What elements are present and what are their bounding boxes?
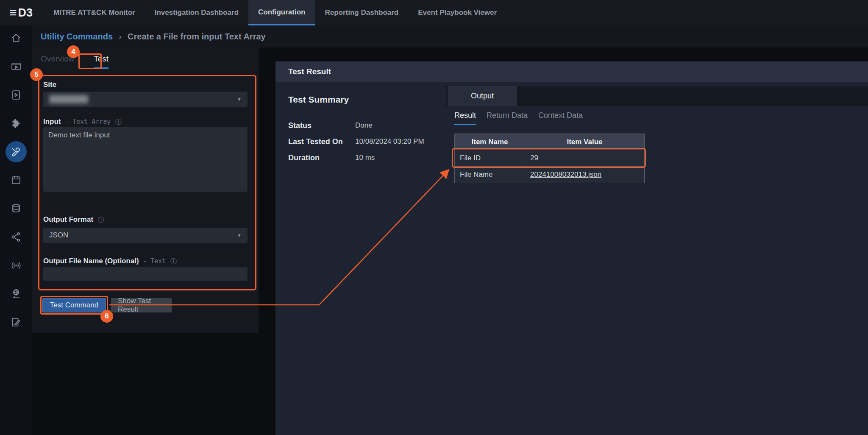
file-name-name-cell: File Name [455,167,525,183]
input-label: Input - Text Array ⓘ [43,117,122,126]
chevron-down-icon: ▼ [237,97,242,102]
summary-row-status: Status Done [288,121,441,130]
test-summary-title: Test Summary [288,95,349,105]
database-icon[interactable] [10,203,22,215]
status-value: Done [355,121,373,130]
tab-test[interactable]: Test [94,54,108,69]
test-result-header: Test Result [275,61,868,82]
nav-mitre-attack-monitor[interactable]: MITRE ATT&CK Monitor [44,0,145,25]
d3-logo-icon: ≡ [9,6,17,20]
site-label: Site [43,81,56,89]
output-format-value: JSON [49,231,68,240]
tab-output[interactable]: Output [448,86,517,106]
summary-row-last-tested: Last Tested On 10/08/2024 03:20 PM [288,137,441,146]
output-format-info-icon[interactable]: ⓘ [98,216,104,223]
command-tabs: Overview Test [41,54,108,69]
media-file-icon[interactable] [10,89,22,101]
test-result-panel: Test Result Test Summary Status Done Las… [275,61,868,435]
subtab-context-data[interactable]: Context Data [538,111,583,120]
output-file-info-icon[interactable]: ⓘ [170,257,177,265]
file-id-name-cell: File ID [455,150,525,167]
output-format-label: Output Format ⓘ [43,215,104,224]
breadcrumb: Utility Commands › Create a File from in… [32,25,868,47]
table-header-row: Item Name Item Value [455,134,645,150]
test-actions: Test Command Show Test Result [42,298,172,312]
subtab-result[interactable]: Result [454,111,476,120]
file-name-link[interactable]: 20241008032013.json [530,170,601,178]
schedule-calendar-icon[interactable] [10,174,22,186]
broadcast-icon[interactable] [10,259,22,271]
site-value-redacted [49,95,88,103]
input-type-hint: - Text Array [65,118,111,125]
test-command-button[interactable]: Test Command [42,298,106,312]
share-nodes-icon[interactable] [10,231,22,243]
subtab-result-underline [454,124,476,125]
nav-investigation-dashboard[interactable]: Investigation Dashboard [145,0,248,25]
output-tab-strip: Output [446,86,868,106]
top-nav: ≡ D3 MITRE ATT&CK Monitor Investigation … [0,0,868,25]
tab-overview[interactable]: Overview [41,54,74,69]
sidebar [0,25,32,435]
page-title: Create a File from input Text Array [128,32,266,42]
home-icon[interactable] [10,32,22,44]
col-item-name: Item Name [455,134,525,150]
file-name-value-cell: 20241008032013.json [525,167,645,183]
geo-globe-icon[interactable] [10,288,22,300]
nav-configuration[interactable]: Configuration [248,0,315,25]
show-test-result-button[interactable]: Show Test Result [111,298,172,312]
site-select[interactable]: ▼ [43,92,248,107]
output-file-name-input[interactable] [43,267,248,281]
subtab-return-data[interactable]: Return Data [487,111,528,120]
playbook-monitor-icon[interactable] [10,61,22,72]
output-file-name-label: Output File Name (Optional) - Text ⓘ [43,257,177,265]
table-row: File Name 20241008032013.json [455,167,645,183]
last-tested-value: 10/08/2024 03:20 PM [355,137,424,146]
col-item-value: Item Value [525,134,645,150]
result-table: Item Name Item Value File ID 29 File Nam… [454,134,645,183]
input-textarea[interactable]: Demo text file input [43,127,248,192]
utility-commands-tools-icon[interactable] [6,141,27,162]
nav-event-playbook-viewer[interactable]: Event Playbook Viewer [408,0,506,25]
chevron-down-icon: ▼ [237,233,242,238]
input-info-icon[interactable]: ⓘ [115,118,122,125]
summary-row-duration: Duration 10 ms [288,153,441,162]
breadcrumb-separator-icon: › [119,31,122,42]
duration-value: 10 ms [355,153,375,162]
file-id-value-cell: 29 [525,150,645,167]
nav-reporting-dashboard[interactable]: Reporting Dashboard [315,0,408,25]
command-test-panel: Overview Test Site ▼ Input - Text Array … [32,47,259,333]
audit-log-icon[interactable] [10,316,22,328]
d3-logo[interactable]: ≡ D3 [0,0,44,25]
breadcrumb-utility-commands[interactable]: Utility Commands [41,32,113,42]
output-file-type-hint: - Text [143,257,166,265]
app-root: ≡ D3 MITRE ATT&CK Monitor Investigation … [0,0,868,435]
integrations-puzzle-icon[interactable] [10,117,22,129]
output-format-select[interactable]: JSON ▼ [43,228,248,243]
d3-logo-text: D3 [18,6,33,20]
table-row: File ID 29 [455,150,645,167]
